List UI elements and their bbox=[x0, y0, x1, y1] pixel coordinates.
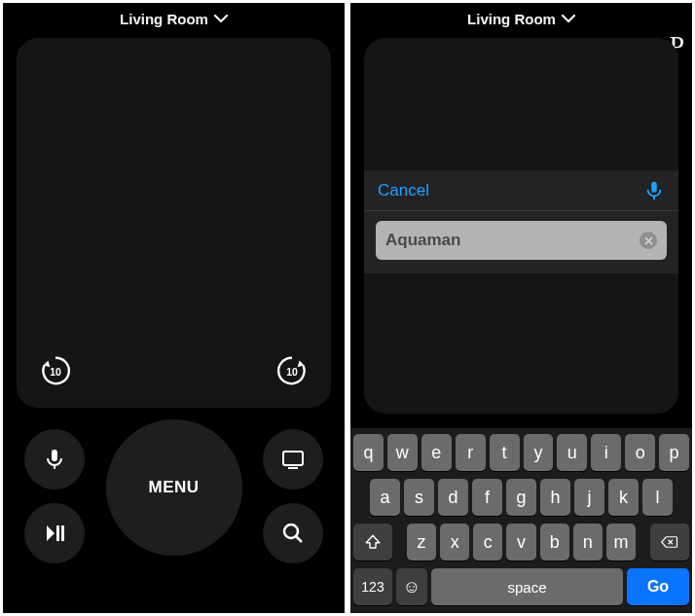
key-d[interactable]: d bbox=[438, 479, 468, 516]
device-label: Living Room bbox=[120, 11, 208, 27]
key-x[interactable]: x bbox=[440, 524, 469, 561]
skip-back-10-button[interactable]: 10 bbox=[36, 351, 75, 390]
key-m[interactable]: m bbox=[606, 524, 636, 561]
svg-rect-4 bbox=[56, 525, 59, 541]
dictate-button[interactable] bbox=[643, 180, 665, 201]
tv-button[interactable] bbox=[263, 429, 323, 489]
key-t[interactable]: t bbox=[490, 434, 520, 471]
remote-panel-left: Living Room 10 10 bbox=[3, 3, 345, 613]
svg-text:10: 10 bbox=[286, 367, 298, 378]
menu-button[interactable]: MENU bbox=[106, 419, 242, 556]
emoji-key[interactable]: ☺ bbox=[396, 568, 427, 605]
cancel-button[interactable]: Cancel bbox=[378, 181, 643, 200]
remote-panel-right: Living Room gP Cancel Aquaman bbox=[350, 3, 692, 613]
numbers-key[interactable]: 123 bbox=[353, 568, 392, 605]
key-c[interactable]: c bbox=[473, 524, 502, 561]
svg-rect-5 bbox=[61, 525, 64, 541]
key-i[interactable]: i bbox=[591, 434, 621, 471]
chevron-down-icon bbox=[214, 14, 228, 23]
device-selector[interactable]: Living Room bbox=[350, 3, 692, 34]
microphone-icon bbox=[643, 180, 665, 201]
emoji-icon: ☺ bbox=[403, 577, 421, 598]
backspace-key[interactable] bbox=[650, 524, 689, 561]
space-key[interactable]: space bbox=[431, 568, 623, 605]
search-icon bbox=[281, 522, 305, 545]
key-k[interactable]: k bbox=[608, 479, 639, 516]
shift-key[interactable] bbox=[353, 524, 392, 561]
skip-forward-10-button[interactable]: 10 bbox=[273, 351, 311, 390]
microphone-icon bbox=[43, 448, 66, 471]
device-selector[interactable]: Living Room bbox=[3, 3, 345, 34]
search-input[interactable]: Aquaman bbox=[376, 221, 667, 260]
trackpad[interactable]: 10 10 bbox=[17, 38, 331, 408]
key-h[interactable]: h bbox=[540, 479, 570, 516]
play-pause-button[interactable] bbox=[24, 503, 85, 563]
clear-input-button[interactable] bbox=[640, 232, 657, 249]
go-key[interactable]: Go bbox=[627, 568, 689, 605]
key-p[interactable]: p bbox=[659, 434, 689, 471]
key-r[interactable]: r bbox=[456, 434, 486, 471]
key-q[interactable]: q bbox=[353, 434, 384, 471]
control-buttons: MENU bbox=[3, 408, 345, 613]
shift-icon bbox=[364, 533, 382, 551]
key-n[interactable]: n bbox=[573, 524, 603, 561]
key-o[interactable]: o bbox=[625, 434, 655, 471]
key-l[interactable]: l bbox=[642, 479, 673, 516]
svg-line-9 bbox=[296, 536, 302, 542]
search-input-group: Cancel Aquaman bbox=[364, 170, 678, 273]
key-e[interactable]: e bbox=[421, 434, 452, 471]
key-s[interactable]: s bbox=[404, 479, 434, 516]
keyboard: qwertyuiop asdfghjkl zxcvbnm 123 ☺ space… bbox=[350, 428, 692, 613]
device-label: Living Room bbox=[467, 11, 556, 27]
key-a[interactable]: a bbox=[370, 479, 400, 516]
key-b[interactable]: b bbox=[540, 524, 569, 561]
play-pause-icon bbox=[43, 522, 66, 545]
trackpad[interactable]: Cancel Aquaman bbox=[364, 38, 678, 414]
svg-text:10: 10 bbox=[50, 367, 61, 378]
voice-button[interactable] bbox=[24, 429, 85, 489]
tv-icon bbox=[281, 448, 305, 471]
key-v[interactable]: v bbox=[506, 524, 535, 561]
key-u[interactable]: u bbox=[557, 434, 587, 471]
chevron-down-icon bbox=[562, 14, 575, 23]
close-icon bbox=[644, 236, 653, 245]
key-j[interactable]: j bbox=[574, 479, 604, 516]
svg-rect-6 bbox=[283, 452, 303, 465]
search-button[interactable] bbox=[263, 503, 323, 563]
key-y[interactable]: y bbox=[524, 434, 554, 471]
svg-rect-2 bbox=[52, 450, 57, 461]
key-w[interactable]: w bbox=[387, 434, 418, 471]
svg-rect-10 bbox=[651, 181, 657, 192]
key-f[interactable]: f bbox=[472, 479, 502, 516]
svg-point-8 bbox=[284, 525, 298, 538]
key-g[interactable]: g bbox=[506, 479, 536, 516]
search-input-value: Aquaman bbox=[385, 231, 632, 250]
backspace-icon bbox=[659, 533, 680, 551]
key-z[interactable]: z bbox=[407, 524, 436, 561]
